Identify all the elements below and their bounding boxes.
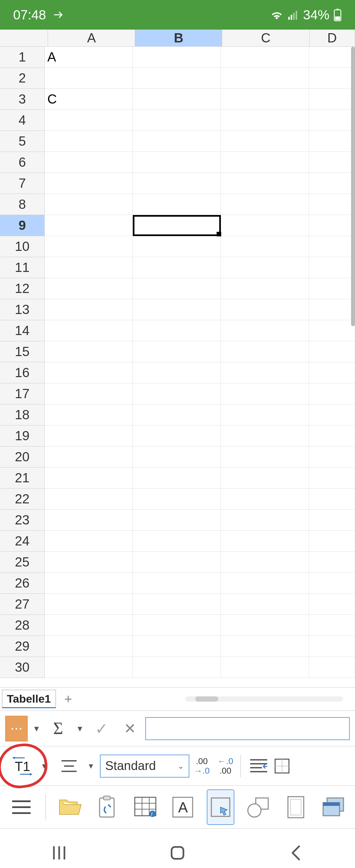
row-header-23[interactable]: 23	[0, 509, 45, 531]
sigma-button[interactable]: Σ	[45, 716, 71, 741]
cell-D21[interactable]	[309, 468, 355, 489]
cell-B25[interactable]	[133, 552, 221, 573]
cells-area[interactable]: A C	[45, 47, 355, 687]
cell-C30[interactable]	[221, 657, 309, 678]
cell-B9[interactable]	[133, 215, 221, 236]
cell-D8[interactable]	[309, 194, 355, 215]
cell-C1[interactable]	[221, 47, 309, 68]
increase-decimal-button[interactable]: ←.0 .00	[214, 756, 237, 775]
cell-B2[interactable]	[133, 68, 221, 89]
col-header-B[interactable]: B	[135, 30, 222, 47]
cell-B13[interactable]	[133, 299, 221, 320]
cell-B17[interactable]	[133, 383, 221, 404]
borders-button[interactable]	[274, 752, 290, 780]
back-button[interactable]	[276, 833, 316, 868]
cell-C6[interactable]	[221, 152, 309, 173]
row-header-7[interactable]: 7	[0, 173, 45, 194]
row-header-21[interactable]: 21	[0, 468, 45, 489]
tabs-scroll-thumb[interactable]	[195, 696, 218, 702]
text-direction-button[interactable]: T1	[8, 752, 36, 780]
accept-button[interactable]: ✓	[89, 716, 115, 741]
cell-D25[interactable]	[309, 552, 355, 573]
cell-A26[interactable]	[45, 573, 133, 594]
cell-B5[interactable]	[133, 131, 221, 152]
cell-A30[interactable]	[45, 657, 133, 678]
sigma-dropdown-icon[interactable]: ▾	[74, 723, 86, 734]
row-header-15[interactable]: 15	[0, 341, 45, 362]
windows-button[interactable]	[320, 789, 347, 825]
select-tool-button[interactable]	[207, 789, 234, 825]
cell-C11[interactable]	[221, 257, 309, 278]
cell-B14[interactable]	[133, 320, 221, 341]
cell-B15[interactable]	[133, 341, 221, 362]
cell-B1[interactable]	[133, 47, 221, 68]
cell-D28[interactable]	[309, 615, 355, 636]
cell-D22[interactable]	[309, 489, 355, 509]
cell-C22[interactable]	[221, 489, 309, 509]
shapes-button[interactable]	[245, 789, 272, 825]
cell-A10[interactable]	[45, 236, 133, 257]
corner-cell[interactable]	[0, 30, 48, 47]
open-file-button[interactable]	[57, 789, 84, 825]
row-header-2[interactable]: 2	[0, 68, 45, 89]
cell-D11[interactable]	[309, 257, 355, 278]
cell-A13[interactable]	[45, 299, 133, 320]
cell-D1[interactable]	[309, 47, 355, 68]
cell-D29[interactable]	[309, 636, 355, 657]
cell-A29[interactable]	[45, 636, 133, 657]
row-header-14[interactable]: 14	[0, 320, 45, 341]
cell-B7[interactable]	[133, 173, 221, 194]
cell-A8[interactable]	[45, 194, 133, 215]
row-header-19[interactable]: 19	[0, 426, 45, 446]
cell-C27[interactable]	[221, 594, 309, 615]
row-header-25[interactable]: 25	[0, 552, 45, 573]
cell-D12[interactable]	[309, 278, 355, 299]
paste-button[interactable]	[94, 789, 121, 825]
cell-A21[interactable]	[45, 468, 133, 489]
cell-B4[interactable]	[133, 110, 221, 131]
row-header-18[interactable]: 18	[0, 404, 45, 426]
cell-D27[interactable]	[309, 594, 355, 615]
row-header-5[interactable]: 5	[0, 131, 45, 152]
cell-D10[interactable]	[309, 236, 355, 257]
cell-A28[interactable]	[45, 615, 133, 636]
add-sheet-button[interactable]: +	[59, 690, 77, 708]
cell-A17[interactable]	[45, 383, 133, 404]
align-dropdown-icon[interactable]: ▾	[85, 761, 97, 771]
row-header-10[interactable]: 10	[0, 236, 45, 257]
cell-C3[interactable]	[221, 89, 309, 110]
col-header-A[interactable]: A	[48, 30, 135, 47]
cell-A20[interactable]	[45, 446, 133, 468]
row-header-16[interactable]: 16	[0, 362, 45, 383]
cell-D16[interactable]	[309, 362, 355, 383]
cancel-button[interactable]: ✕	[117, 716, 143, 741]
cell-A11[interactable]	[45, 257, 133, 278]
cell-C23[interactable]	[221, 509, 309, 531]
page-layout-button[interactable]	[282, 789, 309, 825]
cell-C9[interactable]	[221, 215, 309, 236]
cell-C21[interactable]	[221, 468, 309, 489]
cell-D17[interactable]	[309, 383, 355, 404]
cell-A24[interactable]	[45, 531, 133, 552]
cell-A19[interactable]	[45, 426, 133, 446]
cell-C4[interactable]	[221, 110, 309, 131]
cell-D20[interactable]	[309, 446, 355, 468]
cell-D19[interactable]	[309, 426, 355, 446]
cell-A12[interactable]	[45, 278, 133, 299]
cell-C24[interactable]	[221, 531, 309, 552]
cell-B23[interactable]	[133, 509, 221, 531]
cell-D5[interactable]	[309, 131, 355, 152]
row-header-4[interactable]: 4	[0, 110, 45, 131]
cell-B18[interactable]	[133, 404, 221, 426]
cell-D7[interactable]	[309, 173, 355, 194]
cell-D24[interactable]	[309, 531, 355, 552]
text-direction-dropdown-icon[interactable]: ▾	[38, 761, 50, 771]
row-header-27[interactable]: 27	[0, 594, 45, 615]
cell-D15[interactable]	[309, 341, 355, 362]
hamburger-menu-button[interactable]	[8, 789, 35, 825]
row-header-17[interactable]: 17	[0, 383, 45, 404]
cell-C16[interactable]	[221, 362, 309, 383]
cell-A9[interactable]	[45, 215, 133, 236]
cell-B24[interactable]	[133, 531, 221, 552]
cell-A5[interactable]	[45, 131, 133, 152]
